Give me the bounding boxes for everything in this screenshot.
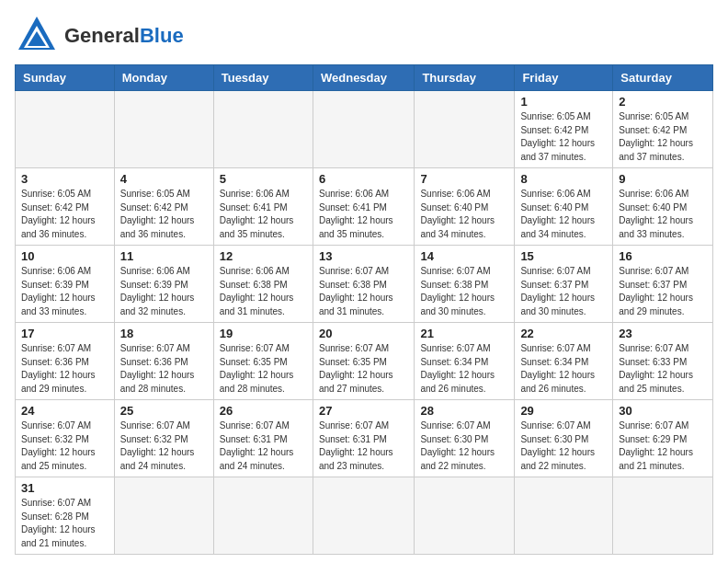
calendar-cell	[114, 477, 213, 555]
day-number: 13	[319, 249, 408, 263]
calendar-cell: 6Sunrise: 6:06 AM Sunset: 6:41 PM Daylig…	[313, 168, 414, 246]
calendar-cell: 26Sunrise: 6:07 AM Sunset: 6:31 PM Dayli…	[213, 400, 313, 477]
day-number: 3	[21, 172, 108, 186]
weekday-header-tuesday: Tuesday	[213, 65, 313, 91]
day-info: Sunrise: 6:05 AM Sunset: 6:42 PM Dayligh…	[120, 188, 208, 241]
day-number: 31	[21, 481, 108, 495]
calendar-week-row: 1Sunrise: 6:05 AM Sunset: 6:42 PM Daylig…	[16, 91, 713, 168]
day-info: Sunrise: 6:06 AM Sunset: 6:39 PM Dayligh…	[120, 265, 208, 318]
day-number: 30	[619, 404, 707, 418]
weekday-header-row: SundayMondayTuesdayWednesdayThursdayFrid…	[16, 65, 713, 91]
day-number: 12	[220, 249, 307, 263]
calendar-cell: 21Sunrise: 6:07 AM Sunset: 6:34 PM Dayli…	[415, 323, 515, 400]
day-number: 14	[420, 249, 508, 263]
calendar-cell	[114, 91, 213, 168]
calendar-cell: 1Sunrise: 6:05 AM Sunset: 6:42 PM Daylig…	[515, 91, 613, 168]
calendar-cell: 20Sunrise: 6:07 AM Sunset: 6:35 PM Dayli…	[313, 323, 414, 400]
day-number: 17	[21, 327, 108, 340]
day-number: 25	[120, 404, 208, 418]
calendar-cell: 11Sunrise: 6:06 AM Sunset: 6:39 PM Dayli…	[114, 246, 213, 323]
day-info: Sunrise: 6:07 AM Sunset: 6:31 PM Dayligh…	[220, 419, 307, 473]
calendar-cell	[415, 477, 515, 555]
day-info: Sunrise: 6:07 AM Sunset: 6:34 PM Dayligh…	[420, 342, 508, 396]
day-info: Sunrise: 6:07 AM Sunset: 6:34 PM Dayligh…	[520, 342, 607, 396]
calendar-cell	[415, 91, 515, 168]
calendar-cell: 10Sunrise: 6:06 AM Sunset: 6:39 PM Dayli…	[16, 246, 115, 323]
day-info: Sunrise: 6:07 AM Sunset: 6:28 PM Dayligh…	[21, 497, 108, 550]
day-number: 7	[420, 172, 508, 186]
day-number: 2	[619, 95, 707, 109]
calendar-cell	[313, 91, 414, 168]
calendar-cell	[313, 477, 414, 555]
calendar-week-row: 10Sunrise: 6:06 AM Sunset: 6:39 PM Dayli…	[16, 246, 713, 323]
day-info: Sunrise: 6:07 AM Sunset: 6:36 PM Dayligh…	[120, 342, 208, 396]
calendar-cell: 14Sunrise: 6:07 AM Sunset: 6:38 PM Dayli…	[415, 246, 515, 323]
calendar-cell: 3Sunrise: 6:05 AM Sunset: 6:42 PM Daylig…	[16, 168, 115, 246]
day-info: Sunrise: 6:07 AM Sunset: 6:35 PM Dayligh…	[220, 342, 307, 396]
calendar-cell: 22Sunrise: 6:07 AM Sunset: 6:34 PM Dayli…	[515, 323, 613, 400]
calendar-cell: 28Sunrise: 6:07 AM Sunset: 6:30 PM Dayli…	[415, 400, 515, 477]
calendar-week-row: 17Sunrise: 6:07 AM Sunset: 6:36 PM Dayli…	[16, 323, 713, 400]
logo-text: GeneralBlue	[64, 24, 184, 48]
day-number: 5	[220, 172, 307, 186]
calendar-cell: 19Sunrise: 6:07 AM Sunset: 6:35 PM Dayli…	[213, 323, 313, 400]
day-number: 8	[520, 172, 607, 186]
calendar-cell	[613, 477, 713, 555]
day-number: 6	[319, 172, 408, 186]
day-number: 27	[319, 404, 408, 418]
day-number: 20	[319, 327, 408, 340]
day-info: Sunrise: 6:07 AM Sunset: 6:30 PM Dayligh…	[420, 419, 508, 473]
day-info: Sunrise: 6:06 AM Sunset: 6:40 PM Dayligh…	[619, 188, 707, 241]
day-number: 29	[520, 404, 607, 418]
calendar-week-row: 24Sunrise: 6:07 AM Sunset: 6:32 PM Dayli…	[16, 400, 713, 477]
day-number: 15	[520, 249, 607, 263]
day-info: Sunrise: 6:05 AM Sunset: 6:42 PM Dayligh…	[520, 110, 607, 164]
day-info: Sunrise: 6:07 AM Sunset: 6:36 PM Dayligh…	[21, 342, 108, 396]
day-info: Sunrise: 6:07 AM Sunset: 6:37 PM Dayligh…	[619, 265, 707, 318]
weekday-header-thursday: Thursday	[415, 65, 515, 91]
calendar-cell: 31Sunrise: 6:07 AM Sunset: 6:28 PM Dayli…	[16, 477, 115, 555]
calendar-cell	[16, 91, 115, 168]
calendar-cell: 2Sunrise: 6:05 AM Sunset: 6:42 PM Daylig…	[613, 91, 713, 168]
day-info: Sunrise: 6:05 AM Sunset: 6:42 PM Dayligh…	[619, 110, 707, 164]
logo-icon	[15, 15, 59, 57]
calendar-cell: 9Sunrise: 6:06 AM Sunset: 6:40 PM Daylig…	[613, 168, 713, 246]
day-info: Sunrise: 6:07 AM Sunset: 6:35 PM Dayligh…	[319, 342, 408, 396]
weekday-header-sunday: Sunday	[16, 65, 115, 91]
day-number: 1	[520, 95, 607, 109]
day-info: Sunrise: 6:07 AM Sunset: 6:30 PM Dayligh…	[520, 419, 607, 473]
calendar-cell: 17Sunrise: 6:07 AM Sunset: 6:36 PM Dayli…	[16, 323, 115, 400]
calendar-cell: 24Sunrise: 6:07 AM Sunset: 6:32 PM Dayli…	[16, 400, 115, 477]
day-number: 10	[21, 249, 108, 263]
calendar-week-row: 31Sunrise: 6:07 AM Sunset: 6:28 PM Dayli…	[16, 477, 713, 555]
day-info: Sunrise: 6:06 AM Sunset: 6:39 PM Dayligh…	[21, 265, 108, 318]
calendar-cell: 30Sunrise: 6:07 AM Sunset: 6:29 PM Dayli…	[613, 400, 713, 477]
day-info: Sunrise: 6:07 AM Sunset: 6:37 PM Dayligh…	[520, 265, 607, 318]
weekday-header-monday: Monday	[114, 65, 213, 91]
calendar-cell: 16Sunrise: 6:07 AM Sunset: 6:37 PM Dayli…	[613, 246, 713, 323]
weekday-header-saturday: Saturday	[613, 65, 713, 91]
day-number: 18	[120, 327, 208, 340]
weekday-header-wednesday: Wednesday	[313, 65, 414, 91]
weekday-header-friday: Friday	[515, 65, 613, 91]
day-info: Sunrise: 6:06 AM Sunset: 6:40 PM Dayligh…	[520, 188, 607, 241]
day-number: 23	[619, 327, 707, 340]
calendar-cell: 15Sunrise: 6:07 AM Sunset: 6:37 PM Dayli…	[515, 246, 613, 323]
calendar-week-row: 3Sunrise: 6:05 AM Sunset: 6:42 PM Daylig…	[16, 168, 713, 246]
calendar-cell: 18Sunrise: 6:07 AM Sunset: 6:36 PM Dayli…	[114, 323, 213, 400]
calendar-cell: 29Sunrise: 6:07 AM Sunset: 6:30 PM Dayli…	[515, 400, 613, 477]
calendar-cell: 8Sunrise: 6:06 AM Sunset: 6:40 PM Daylig…	[515, 168, 613, 246]
day-number: 28	[420, 404, 508, 418]
day-info: Sunrise: 6:06 AM Sunset: 6:41 PM Dayligh…	[220, 188, 307, 241]
day-info: Sunrise: 6:07 AM Sunset: 6:38 PM Dayligh…	[319, 265, 408, 318]
day-number: 19	[220, 327, 307, 340]
day-number: 4	[120, 172, 208, 186]
day-info: Sunrise: 6:06 AM Sunset: 6:38 PM Dayligh…	[220, 265, 307, 318]
page-wrapper: GeneralBlue SundayMondayTuesdayWednesday…	[15, 15, 713, 555]
day-number: 9	[619, 172, 707, 186]
day-number: 11	[120, 249, 208, 263]
day-number: 16	[619, 249, 707, 263]
calendar-cell	[515, 477, 613, 555]
day-info: Sunrise: 6:05 AM Sunset: 6:42 PM Dayligh…	[21, 188, 108, 241]
day-number: 24	[21, 404, 108, 418]
